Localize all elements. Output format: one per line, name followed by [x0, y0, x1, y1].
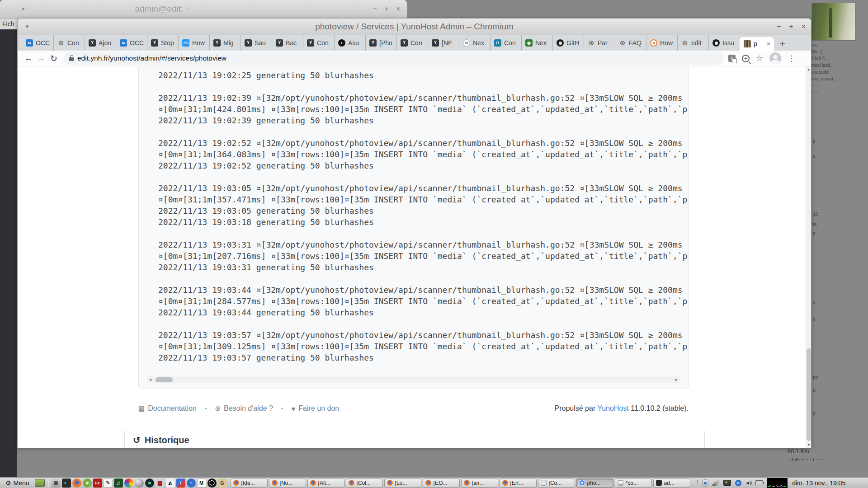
window-button[interactable]: [Lo...: [384, 479, 421, 488]
browser-tab[interactable]: 2G How: [178, 35, 209, 51]
address-bar[interactable]: edit.ynh.fr/yunohost/admin/#/services/ph…: [64, 52, 724, 65]
page-vertical-scrollbar[interactable]: ▲ ▼: [806, 66, 811, 448]
browser-tab[interactable]: Y Bac: [272, 35, 303, 51]
app-launcher-icon[interactable]: [124, 479, 133, 488]
browser-tab[interactable]: w Nex: [459, 35, 490, 51]
show-desktop-button[interactable]: [35, 479, 45, 487]
browser-tab[interactable]: IT Con: [490, 35, 521, 51]
browser-tab-active[interactable]: p ×: [740, 37, 774, 51]
app-launcher-icon[interactable]: [208, 479, 217, 488]
documentation-link[interactable]: ▤ Documentation: [138, 404, 197, 413]
app-launcher-icon[interactable]: ∩: [187, 479, 196, 488]
browser-tab[interactable]: ⊕ Par: [584, 35, 615, 51]
bookmark-star-icon[interactable]: ☆: [756, 54, 763, 62]
applications-menu-button[interactable]: ⚙ Menu: [2, 478, 33, 488]
app-launcher-icon[interactable]: [72, 479, 81, 488]
lock-icon[interactable]: [69, 57, 74, 61]
app-launcher-icon[interactable]: ◭: [166, 479, 175, 488]
app-launcher-icon[interactable]: G: [218, 479, 227, 488]
window-button[interactable]: [an...: [461, 479, 498, 488]
scrollbar-thumb[interactable]: [156, 377, 173, 382]
scroll-left-icon[interactable]: ◄: [147, 378, 154, 382]
browser-tab[interactable]: Y Stop: [147, 35, 178, 51]
desktop-photo-thumbnail[interactable]: [811, 3, 856, 41]
browser-tab[interactable]: ∞ OCC: [22, 35, 53, 51]
tray-icon[interactable]: B: [735, 480, 741, 486]
app-launcher-icon[interactable]: ▣: [52, 479, 61, 488]
scroll-up-icon[interactable]: ▲: [806, 66, 811, 73]
window-button[interactable]: [Col...: [346, 479, 383, 488]
browser-tab[interactable]: ◉ Nex: [521, 35, 552, 51]
app-launcher-icon[interactable]: >_: [62, 479, 71, 488]
translate-icon[interactable]: a: [728, 55, 736, 62]
app-launcher-icon[interactable]: M: [197, 479, 206, 488]
scroll-right-icon[interactable]: ►: [673, 378, 680, 382]
reload-button[interactable]: ↻: [47, 52, 60, 65]
tray-icon[interactable]: [702, 479, 708, 487]
app-launcher-icon[interactable]: ♫: [114, 479, 123, 488]
browser-tab[interactable]: Issu: [708, 35, 740, 51]
tray-icon[interactable]: ◄)): [745, 480, 752, 485]
window-button[interactable]: [Alt...: [307, 479, 344, 488]
yunohost-link[interactable]: YunoHost: [597, 404, 628, 412]
browser-tab[interactable]: Y Con: [303, 35, 334, 51]
donate-link[interactable]: ♥ Faire un don: [291, 404, 339, 413]
browser-tab[interactable]: Y [Pho: [365, 35, 396, 51]
browser-tab[interactable]: GitH: [552, 35, 584, 51]
browser-titlebar[interactable]: ▾ photoview / Services | YunoHost Admin …: [18, 19, 811, 35]
app-launcher-icon[interactable]: Fz: [93, 479, 102, 488]
scrollbar-thumb[interactable]: [807, 348, 811, 441]
app-launcher-icon[interactable]: ✎: [104, 479, 113, 488]
browser-tab[interactable]: ∞ OCC: [116, 35, 147, 51]
system-monitor-graph[interactable]: [767, 478, 788, 488]
app-launcher-icon[interactable]: [83, 479, 92, 488]
tray-icon[interactable]: [723, 480, 731, 486]
browser-tab[interactable]: Y [NE: [428, 35, 459, 51]
tab-close-icon[interactable]: ×: [767, 40, 774, 47]
app-launcher-icon[interactable]: [135, 479, 144, 488]
app-launcher-icon[interactable]: ▦: [156, 479, 165, 488]
forward-button[interactable]: →: [35, 52, 47, 65]
browser-tab[interactable]: Y Ajou: [85, 35, 116, 51]
profile-avatar[interactable]: [769, 52, 781, 64]
terminal-menubar[interactable]: Fich: [0, 19, 19, 29]
browser-tab[interactable]: ⊕ FAQ: [615, 35, 646, 51]
window-button[interactable]: *co...: [615, 479, 652, 488]
tray-icon[interactable]: [755, 480, 763, 485]
window-button[interactable]: [Err...: [500, 479, 537, 488]
browser-tab[interactable]: Y Sau: [241, 35, 272, 51]
back-button[interactable]: ←: [22, 52, 35, 65]
terminal-titlebar[interactable]: ▾ admin@edit: ~ − + ×: [0, 0, 407, 19]
zoom-in-icon[interactable]: +: [742, 55, 750, 62]
app-launcher-icon[interactable]: /: [176, 479, 185, 488]
terminal-maximize-button[interactable]: +: [384, 5, 389, 14]
window-button[interactable]: pho...: [576, 479, 613, 488]
window-button[interactable]: ad...: [653, 479, 690, 488]
window-button[interactable]: [Ide...: [231, 479, 268, 488]
browser-menu-icon[interactable]: ⋮: [788, 54, 795, 63]
log-line: ¤[0m¤[31;1m[424.801ms] ¤[33m[rows:100]¤[…: [158, 103, 687, 115]
app-launcher-icon[interactable]: [145, 479, 154, 488]
browser-tab[interactable]: Y Mig: [209, 35, 241, 51]
browser-maximize-button[interactable]: +: [789, 23, 793, 31]
window-button[interactable]: [No...: [269, 479, 306, 488]
window-button[interactable]: [Co...: [538, 479, 575, 488]
scrollbar-track[interactable]: [154, 376, 673, 383]
browser-close-button[interactable]: ×: [802, 23, 806, 31]
browser-minimize-button[interactable]: −: [777, 23, 781, 31]
url-text[interactable]: edit.ynh.fr/yunohost/admin/#/services/ph…: [77, 54, 226, 62]
terminal-minimize-button[interactable]: −: [373, 5, 377, 14]
browser-tab[interactable]: ◗ Asu: [334, 35, 365, 51]
new-tab-button[interactable]: +: [776, 37, 789, 51]
browser-tab[interactable]: How: [646, 35, 677, 51]
browser-tab[interactable]: Y Con: [396, 35, 428, 51]
browser-tab[interactable]: ⊕ Con: [53, 35, 85, 51]
help-link[interactable]: ⊛ Besoin d'aide ?: [215, 404, 273, 413]
window-button[interactable]: [EO...: [423, 479, 460, 488]
terminal-close-button[interactable]: ×: [396, 5, 401, 14]
taskbar-clock[interactable]: dim. 13 nov., 19:05: [792, 479, 845, 487]
log-horizontal-scrollbar[interactable]: ◄ ►: [147, 376, 680, 383]
scroll-down-icon[interactable]: ▼: [806, 442, 811, 448]
tray-icon[interactable]: [712, 480, 719, 486]
browser-tab[interactable]: ⊕ edit: [677, 35, 708, 51]
